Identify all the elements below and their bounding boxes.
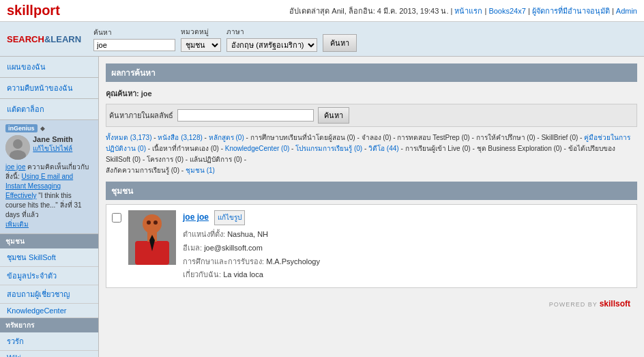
location-value: Nashua, NH bbox=[227, 230, 268, 238]
refine-input[interactable] bbox=[177, 109, 314, 122]
books-link[interactable]: Books24x7 bbox=[488, 7, 525, 15]
ingenius-username: Jane Smith bbox=[33, 135, 73, 143]
query-label: คุณค้นหา: bbox=[106, 89, 139, 98]
lang-select[interactable]: อังกฤษ (สหรัฐอเมริกา) bbox=[226, 38, 317, 52]
sidebar-item-wiki[interactable]: Wiki bbox=[0, 351, 98, 357]
ingenius-avatar bbox=[5, 135, 30, 160]
refine-search-bar: ค้นหาภายในผลลัพธ์ ค้นหา bbox=[106, 104, 637, 127]
interest-label: เกี่ยวกับฉัน: bbox=[183, 270, 221, 279]
lang-section: ภาษา อังกฤษ (สหรัฐอเมริกา) bbox=[226, 27, 317, 52]
edit-profile-link[interactable]: แก้ไขรูป bbox=[214, 210, 245, 225]
top-info: อัปเดตล่าสุด Anil, ล็อกอิน: 4 มี.ค. 2013… bbox=[289, 5, 637, 17]
filter-links: ทั้งหมด (3,173) - หนังสือ (3,128) - หลัก… bbox=[106, 132, 637, 176]
lang-label: ภาษา bbox=[226, 27, 317, 37]
svg-point-4 bbox=[143, 214, 162, 233]
email-value: joe@skillsoft.com bbox=[204, 244, 263, 252]
search-query-display: คุณค้นหา: joe bbox=[106, 87, 637, 100]
filter-learning-program[interactable]: โปรแกรมการเรียนรู้ (0) bbox=[295, 145, 362, 152]
search-query-section: ค้นหา bbox=[93, 27, 175, 51]
svg-point-8 bbox=[147, 220, 151, 225]
search-button[interactable]: ค้นหา bbox=[323, 34, 357, 52]
resource-group-title: ทรัพยากร bbox=[0, 318, 98, 332]
interest-row: เกี่ยวกับฉัน: La vida loca bbox=[183, 268, 631, 282]
ingenius-user-row: Jane Smith แก้ไขโปรไฟล์ bbox=[3, 134, 96, 161]
svg-point-1 bbox=[13, 139, 23, 149]
group-label: หมวดหมู่ bbox=[181, 27, 221, 37]
user-avatar bbox=[128, 210, 176, 265]
sidebar-item-catalog[interactable]: แต้ดตาล็อก bbox=[0, 99, 98, 120]
user-card: joe joe แก้ไขรูป ตำแหน่งที่ตั้ง: Nashua,… bbox=[106, 204, 637, 288]
sidebar-item-progress[interactable]: ความคืบหน้าของฉัน bbox=[0, 78, 98, 99]
sidebar-item-ask-expert[interactable]: สอบถามผู้เชี่ยวชาญ bbox=[0, 285, 98, 304]
search-learn-logo: SEARCH&LEARN bbox=[7, 34, 81, 44]
ingenius-section: inGenius ◆ Jane Smith แก้ไขโปรไฟล์ joe bbox=[0, 120, 98, 234]
manager-link[interactable]: ผู้จัดการที่มีอำนาจอนุมัติ bbox=[532, 7, 610, 15]
svg-point-9 bbox=[153, 220, 158, 225]
profile-link[interactable]: หน้าแรก bbox=[454, 7, 482, 15]
sidebar-item-knowledge-center[interactable]: KnowledgeCenter bbox=[0, 304, 98, 318]
community-group-title: ชุมชน bbox=[0, 234, 98, 248]
email-label: อีเมล: bbox=[183, 244, 202, 252]
powered-label: POWERED BY bbox=[549, 301, 598, 308]
community-section: ชุมชน bbox=[106, 182, 637, 288]
interest-value: La vida loca bbox=[223, 270, 263, 279]
user-checkbox[interactable] bbox=[112, 213, 121, 223]
top-bar: skillport อัปเดตล่าสุด Anil, ล็อกอิน: 4 … bbox=[0, 0, 644, 22]
more-link[interactable]: เพิ่มเติม bbox=[5, 220, 29, 228]
main-layout: แผนของฉัน ความคืบหน้าของฉัน แต้ดตาล็อก i… bbox=[0, 57, 644, 357]
user-info: joe joe แก้ไขรูป ตำแหน่งที่ตั้ง: Nashua,… bbox=[183, 210, 631, 282]
skillsoft-brand: skillsoft bbox=[600, 299, 630, 309]
location-row: ตำแหน่งที่ตั้ง: Nashua, NH bbox=[183, 228, 631, 242]
left-sidebar: แผนของฉัน ความคืบหน้าของฉัน แต้ดตาล็อก i… bbox=[0, 57, 99, 357]
location-label: ตำแหน่งที่ตั้ง: bbox=[183, 230, 225, 238]
group-section: หมวดหมู่ ชุมชน ทั้งหมด bbox=[181, 27, 221, 52]
powered-logo: skillsoft bbox=[600, 299, 630, 309]
filter-all[interactable]: ทั้งหมด (3,173) bbox=[106, 134, 151, 141]
content-area: ผลการค้นหา คุณค้นหา: joe ค้นหาภายในผลลัพ… bbox=[99, 57, 644, 357]
sidebar-item-plan[interactable]: แผนของฉัน bbox=[0, 57, 98, 78]
ingenius-edit-link[interactable]: แก้ไขโปรไฟล์ bbox=[33, 143, 73, 154]
sidebar-item-skillsoft-community[interactable]: ชุมชน SkillSoft bbox=[0, 248, 98, 267]
search-label: ค้นหา bbox=[93, 27, 175, 38]
education-value: M.A.Psychology bbox=[266, 257, 320, 266]
refine-label: ค้นหาภายในผลลัพธ์ bbox=[109, 109, 173, 122]
filter-books[interactable]: หนังสือ (3,128) bbox=[158, 134, 202, 141]
education-label: การศึกษาและการรับรอง: bbox=[183, 257, 264, 266]
admin-link[interactable]: Admin bbox=[616, 7, 637, 15]
query-value: joe bbox=[141, 89, 152, 98]
user-name-link[interactable]: joe joe bbox=[183, 210, 209, 225]
refine-button[interactable]: ค้นหา bbox=[318, 107, 349, 124]
filter-video[interactable]: วิดีโอ (44) bbox=[368, 145, 399, 152]
community-header: ชุมชน bbox=[106, 182, 637, 200]
logo: skillport bbox=[7, 3, 60, 18]
ingenius-user-info: Jane Smith แก้ไขโปรไฟล์ bbox=[33, 135, 73, 160]
ingenius-header: inGenius ◆ bbox=[3, 123, 96, 134]
filter-knowledge-center[interactable]: KnowledgeCenter (0) bbox=[225, 145, 290, 152]
sidebar-item-credentials[interactable]: ข้อมูลประจำตัว bbox=[0, 267, 98, 285]
results-header: ผลการค้นหา bbox=[106, 63, 637, 82]
email-row: อีเมล: joe@skillsoft.com bbox=[183, 242, 631, 255]
powered-by: POWERED BY skillsoft bbox=[106, 295, 637, 313]
logo-text: skillport bbox=[7, 3, 60, 18]
group-select[interactable]: ชุมชน ทั้งหมด bbox=[181, 38, 221, 52]
date-info: อัปเดตล่าสุด Anil, ล็อกอิน: 4 มี.ค. 2013… bbox=[289, 7, 448, 15]
search-input[interactable] bbox=[93, 39, 175, 51]
search-bar: SEARCH&LEARN ค้นหา หมวดหมู่ ชุมชน ทั้งหม… bbox=[0, 22, 644, 57]
education-row: การศึกษาและการรับรอง: M.A.Psychology bbox=[183, 255, 631, 269]
ingenius-logo: inGenius bbox=[5, 124, 38, 132]
sidebar-item-favorite[interactable]: รวรัก bbox=[0, 332, 98, 351]
filter-community[interactable]: ชุมชน (1) bbox=[186, 167, 215, 174]
filter-courses[interactable]: หลักสูตร (0) bbox=[209, 134, 244, 141]
ingenius-content: joe joe ความคิดเห็นเกี่ยวกับสิ่งนี้: Usi… bbox=[3, 161, 96, 231]
